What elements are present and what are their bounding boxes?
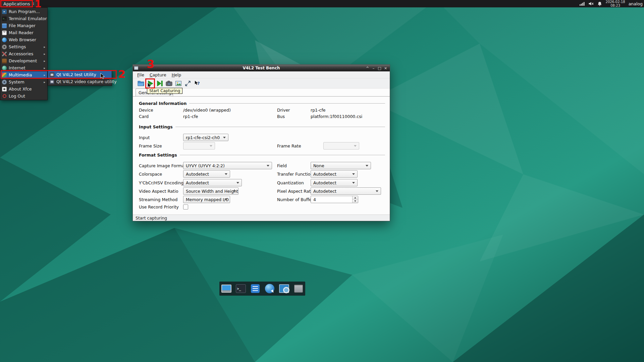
streaming-method-select[interactable]: Memory mapped I/O [183, 196, 230, 203]
quantization-label: Quantization [277, 180, 311, 185]
section-format-settings: Format Settings [139, 152, 385, 158]
submenu-item-qt-v4l2-video-capture-utility[interactable]: Qt V4L2 video capture utility [48, 78, 112, 85]
field-value: None [313, 163, 324, 168]
row-input: Input rp1-cfe-csi2-ch0 [139, 134, 385, 141]
section-general-information: General Information [139, 101, 385, 106]
clock-date: 2026-02-18 [606, 0, 625, 4]
menu-item-development[interactable]: Development [0, 57, 47, 64]
internet-icon [2, 66, 7, 70]
start-capturing-icon[interactable] [147, 80, 154, 87]
save-raw-frame-icon[interactable] [175, 80, 182, 87]
software-icon[interactable] [250, 283, 261, 294]
ycbcr-value: Autodetect [186, 180, 209, 185]
device-label: Device [139, 108, 183, 113]
run-program-icon [2, 9, 7, 14]
pixel-aspect-label: Pixel Aspect Ratio [277, 189, 311, 194]
fullscreen-icon[interactable] [184, 80, 192, 87]
notification-bell-icon[interactable] [597, 1, 602, 6]
show-desktop-icon[interactable] [221, 283, 232, 294]
network-signal-icon[interactable] [579, 1, 585, 6]
transfer-function-value: Autodetect [313, 172, 336, 177]
quantization-value: Autodetect [313, 180, 336, 185]
minimize-button[interactable]: – [371, 65, 376, 71]
video-app-icon [50, 72, 54, 77]
ycbcr-select[interactable]: Autodetect [183, 179, 242, 186]
window-titlebar[interactable]: V4L2 Test Bench ^ – □ × [133, 65, 390, 71]
open-file-icon[interactable] [137, 80, 145, 87]
menu-help[interactable]: Help [169, 72, 184, 78]
menu-item-about-xfce[interactable]: About Xfce [0, 85, 47, 93]
submenu-arrow-icon [44, 66, 45, 70]
spin-down-icon[interactable] [353, 200, 358, 203]
pixel-aspect-select[interactable]: Autodetect [311, 187, 381, 195]
menu-item-web-browser[interactable]: Web Browser [0, 36, 47, 43]
system-tray: 2026-02-18 08:23 analog [579, 0, 644, 7]
development-icon [2, 59, 7, 63]
submenu-arrow-icon [44, 80, 45, 84]
applications-menu-button[interactable]: Applications [0, 0, 38, 7]
whats-this-icon[interactable]: ? [194, 80, 201, 87]
device-value: /dev/video0 (wrapped) [183, 108, 277, 113]
input-select[interactable]: rp1-cfe-csi2-ch0 [183, 134, 228, 141]
menu-item-settings[interactable]: Settings [0, 43, 47, 50]
card-value: rp1-cfe [183, 114, 277, 119]
menu-item-mail-reader[interactable]: Mail Reader [0, 29, 47, 36]
show-frames-icon[interactable] [156, 80, 163, 87]
multimedia-icon [2, 73, 7, 77]
svg-text:?: ? [197, 81, 200, 86]
desktop: >_ V4L2 Test Bench ^ – □ × File Capture … [0, 0, 644, 362]
volume-muted-icon[interactable] [588, 1, 594, 6]
system-icon [2, 80, 7, 84]
video-aspect-label: Video Aspect Ratio [139, 189, 183, 194]
menu-capture[interactable]: Capture [147, 72, 169, 78]
video-aspect-select[interactable]: Source Width and Height [183, 187, 238, 195]
menu-item-internet[interactable]: Internet [0, 64, 47, 71]
terminal-icon[interactable]: >_ [235, 283, 247, 294]
quantization-select[interactable]: Autodetect [311, 179, 358, 186]
row-streaming-buffers: Streaming Method Memory mapped I/O Numbe… [139, 196, 385, 203]
buffers-label: Number of Buffers [277, 197, 311, 202]
clock-time: 08:23 [606, 4, 625, 7]
accessories-icon [2, 52, 7, 56]
menu-item-multimedia[interactable]: Multimedia [0, 71, 47, 78]
spin-up-icon[interactable] [353, 196, 358, 200]
screenshot-tool-icon[interactable] [278, 283, 290, 294]
transfer-function-select[interactable]: Autodetect [311, 170, 358, 178]
input-select-value: rp1-cfe-csi2-ch0 [186, 135, 220, 140]
file-manager-icon [2, 23, 7, 28]
field-select[interactable]: None [311, 162, 371, 169]
row-ycbcr-quantization: Y'CbCr/HSV Encoding Autodetect Quantizat… [139, 179, 385, 186]
about-xfce-icon [2, 87, 7, 92]
capture-snapshot-icon[interactable] [165, 80, 173, 87]
colorspace-value: Autodetect [186, 172, 209, 177]
row-video-pixel-aspect: Video Aspect Ratio Source Width and Heig… [139, 187, 385, 195]
menu-item-run-program[interactable]: Run Program... [0, 8, 47, 15]
row-frame-size-rate: Frame Size Frame Rate [139, 142, 385, 149]
capture-formats-select[interactable]: UYVY (UYVY 4:2:2) [183, 162, 272, 169]
menu-item-system[interactable]: System [0, 78, 47, 85]
submenu-item-qt-v4l2-test-utility[interactable]: Qt V4L2 test Utility [48, 71, 112, 78]
menu-item-file-manager[interactable]: File Manager [0, 22, 47, 29]
use-record-priority-checkbox[interactable] [183, 204, 188, 209]
menu-item-terminal-emulator[interactable]: Terminal Emulator [0, 15, 47, 22]
clock[interactable]: 2026-02-18 08:23 [606, 0, 625, 7]
capture-formats-label: Capture Image Formats [139, 163, 183, 168]
close-button[interactable]: × [383, 65, 388, 71]
web-browser-icon[interactable] [264, 283, 275, 294]
row-colorspace-transfer: Colorspace Autodetect Transfer Function … [139, 170, 385, 178]
video-aspect-value: Source Width and Height [186, 189, 238, 194]
colorspace-select[interactable]: Autodetect [183, 170, 230, 178]
applications-menu: Run Program... Terminal Emulator File Ma… [0, 7, 48, 100]
menu-item-accessories[interactable]: Accessories [0, 50, 47, 57]
applications-label: Applications [3, 1, 30, 6]
menu-grid-icon [32, 3, 34, 5]
menu-item-log-out[interactable]: Log Out [0, 93, 47, 100]
menu-file[interactable]: File [135, 72, 147, 78]
file-cabinet-icon[interactable] [293, 283, 304, 294]
frame-rate-select [323, 142, 359, 149]
buffers-spinbox[interactable]: 4 [311, 196, 358, 203]
submenu-arrow-icon [44, 73, 45, 77]
transfer-function-label: Transfer Function [277, 172, 311, 177]
shade-button[interactable]: ^ [365, 65, 370, 71]
maximize-button[interactable]: □ [377, 65, 382, 71]
